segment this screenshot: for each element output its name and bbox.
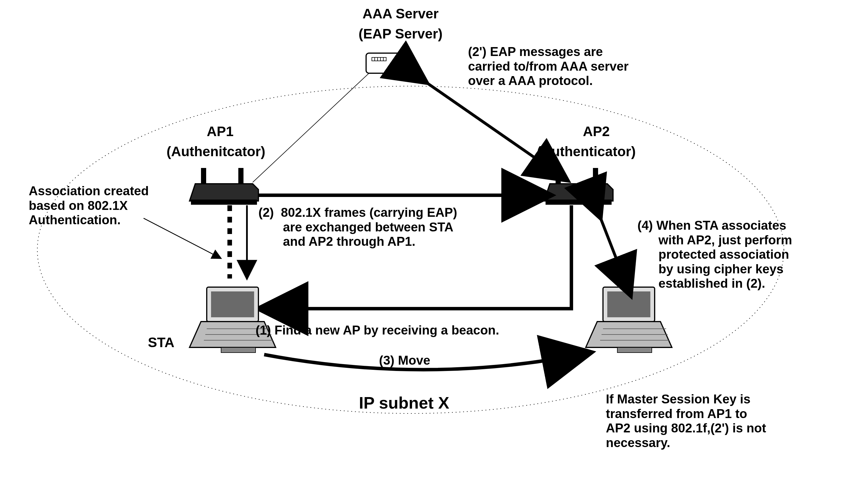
aaa-server-title-2: (EAP Server) [343, 26, 458, 41]
svg-rect-6 [201, 168, 206, 185]
svg-rect-11 [546, 200, 612, 205]
svg-rect-13 [211, 291, 254, 317]
note-step4: (4) When STA associates with AP2, just p… [637, 218, 792, 291]
ap2-icon [544, 168, 613, 205]
svg-rect-9 [556, 168, 561, 185]
svg-rect-17 [221, 347, 256, 353]
svg-rect-10 [593, 168, 598, 185]
sta-laptop-icon [189, 287, 276, 353]
note-eap-carry: (2') EAP messages are carried to/from AA… [468, 45, 629, 88]
svg-rect-8 [191, 200, 257, 205]
ap2-title-1: AP2 [583, 123, 610, 139]
svg-rect-19 [607, 291, 650, 317]
arrow-server-ap2 [419, 78, 560, 175]
note-assoc-created: Association created based on 802.1X Auth… [29, 184, 149, 227]
note-msk: If Master Session Key is transferred fro… [606, 392, 766, 450]
sta-moved-laptop-icon [586, 287, 672, 353]
aaa-server-icon [366, 53, 412, 73]
line-server-ap1 [253, 73, 369, 182]
arrow-assoc-note [143, 218, 221, 258]
ap1-icon [189, 168, 258, 205]
note-step1: (1) Find a new AP by receiving a beacon. [256, 323, 499, 338]
diagram-canvas: { "server": { "title_line1": "AAA Server… [0, 0, 868, 495]
aaa-server-title-1: AAA Server [343, 6, 458, 21]
svg-rect-23 [617, 347, 652, 353]
note-step3: (3) Move [379, 353, 430, 368]
ap1-title-1: AP1 [207, 123, 234, 139]
note-step2: (2) 802.1X frames (carrying EAP) are exc… [258, 205, 457, 249]
ap1-title-2: (Authenitcator) [167, 143, 265, 159]
ap2-title-2: (Authenticator) [537, 143, 636, 159]
svg-rect-7 [238, 168, 243, 185]
subnet-label: IP subnet X [359, 393, 449, 413]
arrow-ap2-sta2 [597, 210, 627, 287]
sta-label: STA [148, 335, 174, 350]
svg-rect-0 [366, 53, 412, 73]
